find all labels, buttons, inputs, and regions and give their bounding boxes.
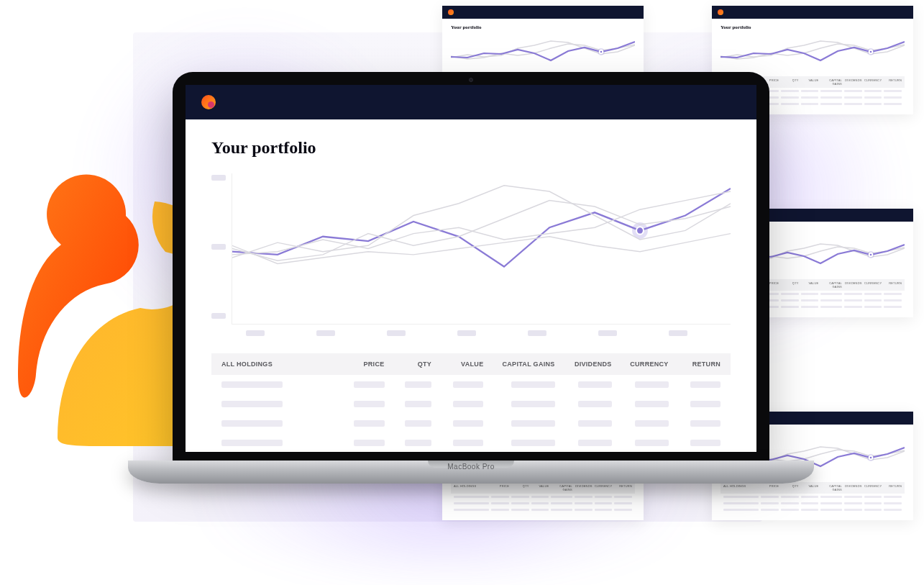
laptop-device: Your portfolio ALL HOLDINGS PRICE QTY <box>173 72 769 484</box>
svg-point-9 <box>869 456 873 460</box>
col-value[interactable]: VALUE <box>440 360 483 368</box>
svg-point-3 <box>869 50 873 54</box>
chart-y-ticks <box>211 173 232 325</box>
page-title: Your portfolio <box>451 24 635 30</box>
portfolio-chart[interactable] <box>211 173 731 325</box>
table-header-row: ALL HOLDINGSPRICEQTYVALUECAPITAL GAINSDI… <box>721 482 905 494</box>
col-dividends[interactable]: DIVIDENDS <box>564 360 612 368</box>
col-holdings[interactable]: ALL HOLDINGS <box>221 360 332 368</box>
page-title: Your portfolio <box>721 24 905 30</box>
app-logo-icon <box>448 9 454 15</box>
svg-point-5 <box>869 253 873 257</box>
svg-point-11 <box>636 227 644 234</box>
holdings-table: ALL HOLDINGS PRICE QTY VALUE CAPITAL GAI… <box>211 353 731 452</box>
table-header-row: ALL HOLDINGS PRICE QTY VALUE CAPITAL GAI… <box>211 353 731 375</box>
col-capital-gains[interactable]: CAPITAL GAINS <box>492 360 554 368</box>
app-logo-icon <box>201 95 216 109</box>
chart-canvas <box>232 173 731 325</box>
app-header <box>186 85 756 119</box>
laptop-screen-frame: Your portfolio ALL HOLDINGS PRICE QTY <box>173 72 769 461</box>
table-header-row: ALL HOLDINGSPRICEQTYVALUECAPITAL GAINSDI… <box>451 482 635 494</box>
col-currency[interactable]: CURRENCY <box>621 360 669 368</box>
svg-point-1 <box>600 50 603 54</box>
chart-x-ticks <box>232 330 731 336</box>
table-row[interactable] <box>211 394 731 414</box>
camera-icon <box>469 78 473 82</box>
col-return[interactable]: RETURN <box>677 360 721 368</box>
app-logo-icon <box>718 9 723 15</box>
app-body: Your portfolio ALL HOLDINGS PRICE QTY <box>186 119 756 452</box>
col-qty[interactable]: QTY <box>393 360 432 368</box>
table-row[interactable] <box>211 433 731 452</box>
device-label: MacBook Pro <box>128 463 814 471</box>
page-title: Your portfolio <box>211 138 731 158</box>
app-window: Your portfolio ALL HOLDINGS PRICE QTY <box>186 85 756 452</box>
col-price[interactable]: PRICE <box>341 360 384 368</box>
portfolio-chart <box>721 35 905 71</box>
portfolio-chart <box>451 35 635 71</box>
laptop-base: MacBook Pro <box>128 461 814 484</box>
table-row[interactable] <box>211 414 731 433</box>
table-row[interactable] <box>211 375 731 394</box>
